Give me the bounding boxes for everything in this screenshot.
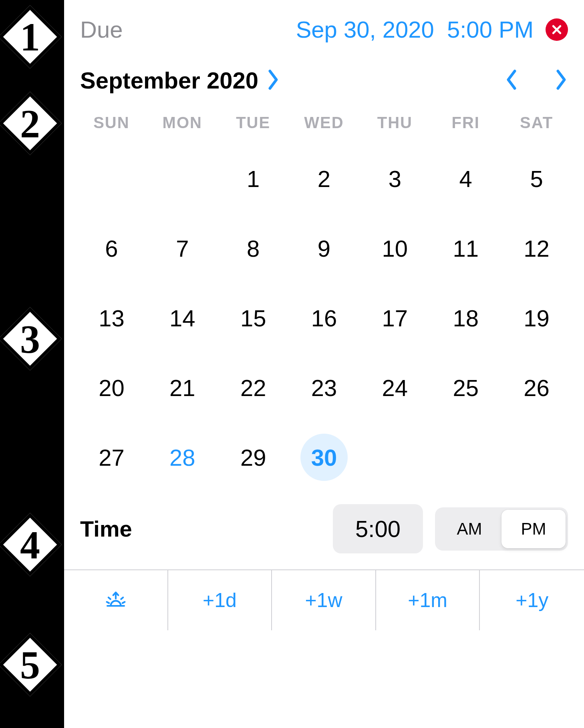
time-label: Time xyxy=(80,516,132,542)
shortcut-1d[interactable]: +1d xyxy=(168,570,272,630)
weekday-label: SAT xyxy=(501,110,572,144)
chevron-left-icon xyxy=(505,69,518,90)
calendar-day[interactable]: 13 xyxy=(76,283,147,353)
calendar-day[interactable]: 14 xyxy=(147,283,218,353)
calendar-day[interactable]: 15 xyxy=(218,283,289,353)
calendar-day[interactable]: 9 xyxy=(289,213,360,283)
prev-month-button[interactable] xyxy=(505,69,518,92)
chevron-right-icon xyxy=(266,69,280,90)
calendar-day[interactable]: 26 xyxy=(501,353,572,422)
calendar-day[interactable]: 19 xyxy=(501,283,572,353)
ampm-am[interactable]: AM xyxy=(437,510,501,548)
annotation-marker: 1 xyxy=(0,5,62,69)
weekday-label: MON xyxy=(147,110,218,144)
close-icon xyxy=(551,24,563,36)
due-label: Due xyxy=(80,16,123,43)
weekday-label: THU xyxy=(359,110,430,144)
calendar-day[interactable]: 2 xyxy=(289,144,360,213)
calendar-day[interactable]: 22 xyxy=(218,353,289,422)
calendar-day[interactable]: 6 xyxy=(76,213,147,283)
calendar-day[interactable]: 23 xyxy=(289,353,360,422)
ampm-pm[interactable]: PM xyxy=(501,510,566,548)
chevron-right-icon xyxy=(554,69,568,90)
next-month-button[interactable] xyxy=(554,69,568,92)
ampm-toggle[interactable]: AMPM xyxy=(435,507,568,551)
calendar-day[interactable]: 11 xyxy=(430,213,501,283)
calendar-day[interactable]: 5 xyxy=(501,144,572,213)
due-time-text: 5:00 PM xyxy=(447,16,534,42)
shortcut-1y[interactable]: +1y xyxy=(480,570,584,630)
calendar-day[interactable]: 30 xyxy=(289,422,360,492)
calendar-day[interactable]: 1 xyxy=(218,144,289,213)
calendar-day[interactable]: 24 xyxy=(359,353,430,422)
weekday-label: FRI xyxy=(430,110,501,144)
calendar-day[interactable]: 27 xyxy=(76,422,147,492)
annotation-marker: 5 xyxy=(0,633,62,697)
clear-due-button[interactable] xyxy=(546,18,568,41)
calendar-day[interactable]: 17 xyxy=(359,283,430,353)
time-row: Time 5:00 AMPM xyxy=(64,492,584,569)
weekday-header: SUNMONTUEWEDTHUFRISAT xyxy=(64,110,584,144)
calendar-day[interactable]: 21 xyxy=(147,353,218,422)
month-expand-button[interactable] xyxy=(266,69,280,92)
calendar-day[interactable]: 16 xyxy=(289,283,360,353)
shortcut-1w[interactable]: +1w xyxy=(272,570,376,630)
calendar-day[interactable]: 29 xyxy=(218,422,289,492)
calendar-day[interactable]: 28 xyxy=(147,422,218,492)
weekday-label: SUN xyxy=(76,110,147,144)
calendar-day[interactable]: 4 xyxy=(430,144,501,213)
shortcut-row: +1d+1w+1m+1y xyxy=(64,569,584,630)
time-value[interactable]: 5:00 xyxy=(333,504,423,553)
annotation-marker: 2 xyxy=(0,91,62,155)
calendar-day[interactable]: 20 xyxy=(76,353,147,422)
annotation-marker: 3 xyxy=(0,307,62,371)
shortcut-today[interactable] xyxy=(64,570,168,630)
calendar-grid: 1234567891011121314151617181920212223242… xyxy=(64,144,584,492)
calendar-day[interactable]: 3 xyxy=(359,144,430,213)
month-title[interactable]: September 2020 xyxy=(80,67,258,94)
due-value[interactable]: Sep 30, 2020 5:00 PM xyxy=(296,16,534,43)
shortcut-1m[interactable]: +1m xyxy=(376,570,480,630)
due-header-row: Due Sep 30, 2020 5:00 PM xyxy=(64,0,584,67)
sunset-icon xyxy=(102,588,130,612)
calendar-day[interactable]: 10 xyxy=(359,213,430,283)
calendar-blank xyxy=(147,144,218,213)
due-date-text: Sep 30, 2020 xyxy=(296,16,434,42)
calendar-day[interactable]: 18 xyxy=(430,283,501,353)
calendar-day[interactable]: 8 xyxy=(218,213,289,283)
date-picker-panel: Due Sep 30, 2020 5:00 PM September 2020 … xyxy=(64,0,584,728)
calendar-blank xyxy=(76,144,147,213)
weekday-label: WED xyxy=(289,110,360,144)
weekday-label: TUE xyxy=(218,110,289,144)
month-nav-row: September 2020 xyxy=(64,67,584,110)
calendar-day[interactable]: 7 xyxy=(147,213,218,283)
calendar-day[interactable]: 25 xyxy=(430,353,501,422)
calendar-day[interactable]: 12 xyxy=(501,213,572,283)
annotation-marker: 4 xyxy=(0,513,62,577)
